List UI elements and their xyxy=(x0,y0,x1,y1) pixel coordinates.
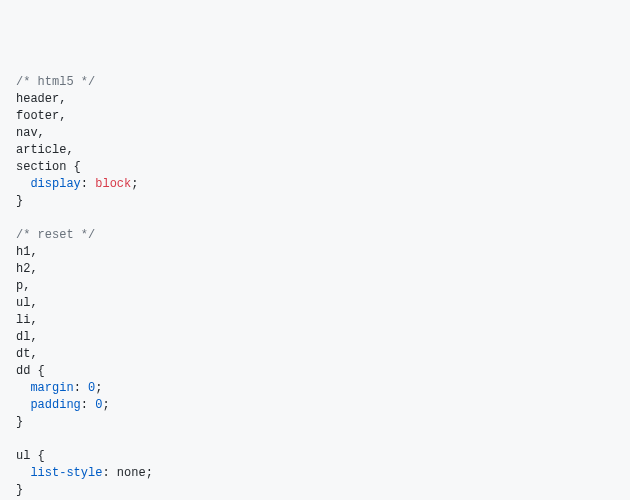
colon: : xyxy=(74,381,88,395)
property-list-style: list-style xyxy=(30,466,102,480)
selector: li, xyxy=(16,313,38,327)
code-block: /* html5 */ header, footer, nav, article… xyxy=(16,74,614,500)
comment-reset: /* reset */ xyxy=(16,228,95,242)
selector: h1, xyxy=(16,245,38,259)
comment-html5: /* html5 */ xyxy=(16,75,95,89)
semicolon: ; xyxy=(146,466,153,480)
indent xyxy=(16,398,30,412)
brace-close: } xyxy=(16,415,23,429)
property-display: display xyxy=(30,177,80,191)
indent xyxy=(16,381,30,395)
selector: footer, xyxy=(16,109,66,123)
selector: dd { xyxy=(16,364,45,378)
selector: dt, xyxy=(16,347,38,361)
semicolon: ; xyxy=(95,381,102,395)
selector: nav, xyxy=(16,126,45,140)
indent xyxy=(16,466,30,480)
selector: dl, xyxy=(16,330,38,344)
brace-close: } xyxy=(16,194,23,208)
semicolon: ; xyxy=(102,398,109,412)
selector: h2, xyxy=(16,262,38,276)
selector: ul { xyxy=(16,449,45,463)
property-padding: padding xyxy=(30,398,80,412)
value-block: block xyxy=(95,177,131,191)
selector: ul, xyxy=(16,296,38,310)
selector: section { xyxy=(16,160,81,174)
colon: : xyxy=(81,398,95,412)
selector: header, xyxy=(16,92,66,106)
brace-close: } xyxy=(16,483,23,497)
semicolon: ; xyxy=(131,177,138,191)
colon: : xyxy=(81,177,95,191)
indent xyxy=(16,177,30,191)
colon: : xyxy=(102,466,116,480)
selector: article, xyxy=(16,143,74,157)
property-margin: margin xyxy=(30,381,73,395)
value-none: none xyxy=(117,466,146,480)
selector: p, xyxy=(16,279,30,293)
